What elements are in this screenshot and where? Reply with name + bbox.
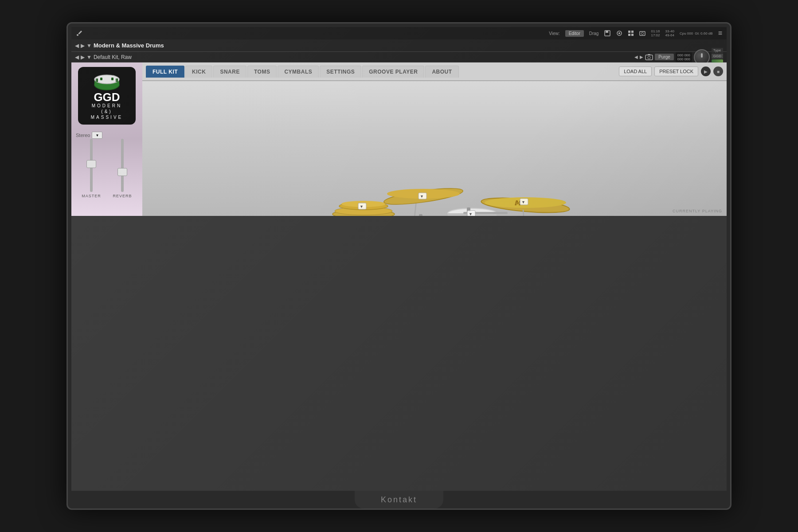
playback-controls: Cpu 000Gt: 0.60 dB <box>680 31 713 35</box>
memory-display: 000 000000 000 <box>676 52 692 62</box>
play-button[interactable]: ▶ <box>701 66 711 76</box>
nav-bar: ◀ ▶ ▼ Modern & Massive Drums <box>71 39 727 52</box>
settings-icon[interactable] <box>616 30 622 36</box>
tab-cymbals[interactable]: CYMBALS <box>278 66 319 78</box>
svg-text:▼: ▼ <box>360 204 364 209</box>
master-fader-label: MASTER <box>82 194 101 198</box>
view-label: View: <box>549 31 559 36</box>
tab-right-buttons: LOAD ALL PRESET LOCK ▶ ■ <box>619 66 723 76</box>
tab-settings[interactable]: SETTINGS <box>320 66 361 78</box>
preset-lock-button[interactable]: PRESET LOCK <box>654 66 698 76</box>
type-label: Type <box>712 48 723 53</box>
monitor-brand-label: Kontakt <box>381 495 417 505</box>
svg-rect-6 <box>631 31 634 33</box>
svg-rect-106 <box>419 214 422 216</box>
drag-btn[interactable]: Drag <box>589 31 599 36</box>
reverb-fader-handle[interactable] <box>117 168 127 176</box>
logo-box: GGD MODERN (&) MASSIVE <box>78 67 136 125</box>
tab-toms[interactable]: TOMS <box>247 66 277 78</box>
editor-btn[interactable]: Editor <box>565 30 584 37</box>
menu-icon[interactable]: ≡ <box>718 29 722 37</box>
stop-button[interactable]: ■ <box>713 66 723 76</box>
purge-button[interactable]: Purge <box>655 54 674 60</box>
master-fader-group: MASTER <box>82 139 101 198</box>
left-sidebar: GGD MODERN (&) MASSIVE Stereo ▼ <box>71 63 142 216</box>
svg-rect-13 <box>648 54 650 55</box>
preset-name: Default Kit, Raw <box>94 54 132 60</box>
svg-point-0 <box>77 34 78 36</box>
main-content: FULL KIT KICK SNARE TOMS CYMBALS SETTING… <box>142 63 727 216</box>
drum-logo-icon <box>91 71 122 91</box>
svg-rect-8 <box>631 34 634 36</box>
reverb-fader-label: REVERB <box>113 194 132 198</box>
tab-snare[interactable]: SNARE <box>213 66 246 78</box>
bar-display: 33-4049-64 <box>665 29 674 37</box>
svg-rect-2 <box>606 31 608 33</box>
modern-text: MODERN (&) MASSIVE <box>91 103 123 120</box>
reverb-fader-group: REVERB <box>113 139 132 198</box>
kontakt-topbar: View: Editor Drag 01:1617:02 33-4049-64 … <box>71 27 727 39</box>
svg-point-16 <box>94 75 119 84</box>
master-fader-track[interactable] <box>90 139 93 192</box>
camera-icon[interactable] <box>639 30 645 36</box>
preset-triangle: ▼ <box>86 54 92 60</box>
svg-text:▼: ▼ <box>420 194 424 199</box>
tab-groove-player[interactable]: GROOVE PLAYER <box>362 66 424 78</box>
instrument-area: GGD MODERN (&) MASSIVE Stereo ▼ <box>71 63 727 216</box>
ggd-brand: GGD <box>94 91 120 103</box>
currently-playing-label: CURRENTLY PLAYING <box>673 209 722 213</box>
svg-rect-20 <box>111 78 113 80</box>
stereo-dropdown[interactable]: ▼ <box>92 132 102 139</box>
svg-text:▼: ▼ <box>469 212 473 216</box>
preset-nav-arrow-right[interactable]: ▶ <box>81 54 85 60</box>
topbar-right: View: Editor Drag 01:1617:02 33-4049-64 … <box>549 29 722 37</box>
master-fader-handle[interactable] <box>86 160 96 168</box>
faders-area: MASTER REVERB <box>76 139 138 211</box>
svg-point-10 <box>642 32 644 35</box>
tab-about[interactable]: ABOUT <box>425 66 458 78</box>
topbar-left <box>76 30 83 37</box>
drum-kit-svg: 𝕄 𝕄𝕄 <box>268 86 601 216</box>
monitor-stand: Kontakt <box>355 491 443 509</box>
timecode-display: 01:1617:02 <box>651 29 660 37</box>
snapshot-icon[interactable] <box>645 54 653 61</box>
svg-rect-7 <box>628 34 630 36</box>
screen: View: Editor Drag 01:1617:02 33-4049-64 … <box>71 27 727 491</box>
svg-point-12 <box>648 56 650 59</box>
grid-icon[interactable] <box>628 30 634 36</box>
nav-arrow-right[interactable]: ▶ <box>81 43 85 49</box>
reverb-fader-track[interactable] <box>121 139 124 192</box>
nav-prev-icon[interactable]: ◀ <box>634 55 638 59</box>
nav-next-icon[interactable]: ▶ <box>640 55 643 59</box>
nav-triangle: ▼ <box>86 43 92 49</box>
preset-nav-bar: ◀ ▶ ▼ Default Kit, Raw ◀ ▶ Purge 000 000… <box>71 52 727 63</box>
tab-full-kit[interactable]: FULL KIT <box>146 66 184 78</box>
tab-bar: FULL KIT KICK SNARE TOMS CYMBALS SETTING… <box>142 63 727 81</box>
save-icon[interactable] <box>604 30 611 36</box>
stereo-label: Stereo <box>76 133 90 138</box>
kit-display: 𝕄 𝕄𝕄 <box>142 81 727 216</box>
svg-rect-19 <box>100 78 102 80</box>
wrench-icon <box>76 30 83 37</box>
instrument-name: Modern & Massive Drums <box>94 42 164 49</box>
tab-kick[interactable]: KICK <box>185 66 212 78</box>
knob-indicator <box>701 53 703 58</box>
preset-nav-arrow-left[interactable]: ◀ <box>75 54 79 60</box>
nav-arrow-left[interactable]: ◀ <box>75 43 79 49</box>
svg-text:▼: ▼ <box>521 200 525 204</box>
svg-rect-5 <box>628 31 630 33</box>
ggd-label: GGD <box>712 54 723 59</box>
svg-point-4 <box>618 32 620 34</box>
monitor-outer: View: Editor Drag 01:1617:02 33-4049-64 … <box>66 22 732 510</box>
load-all-button[interactable]: LOAD ALL <box>619 66 652 76</box>
svg-rect-9 <box>640 31 645 35</box>
stereo-select: Stereo ▼ <box>76 132 102 139</box>
